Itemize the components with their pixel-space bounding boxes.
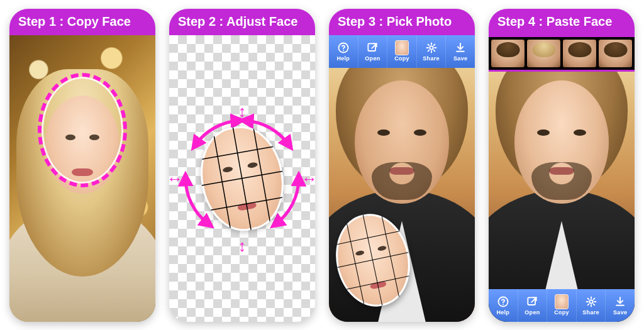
share-icon	[425, 41, 438, 55]
open-button[interactable]: Open	[358, 35, 388, 68]
help-button[interactable]: Help	[329, 35, 358, 68]
copy-face-thumb-icon	[555, 295, 569, 309]
step-1-title: Step 1 : Copy Face	[18, 14, 131, 29]
share-icon	[584, 295, 598, 309]
save-label: Save	[453, 55, 467, 62]
face-thumbnail[interactable]	[491, 40, 525, 67]
editor-toolbar: Help Open Copy Share	[489, 289, 635, 322]
face-selection-oval[interactable]	[38, 73, 127, 187]
step-2-title: Step 2 : Adjust Face	[178, 14, 297, 29]
step-card-3: Step 3 : Pick Photo Help Open	[329, 9, 475, 322]
open-label: Open	[365, 55, 380, 62]
resize-arrow-vertical-icon[interactable]: ↕	[238, 238, 247, 254]
open-icon	[525, 295, 539, 309]
editor-toolbar: Help Open Copy Share	[329, 35, 475, 68]
open-icon	[365, 41, 379, 55]
svg-rect-6	[528, 297, 536, 305]
svg-point-3	[430, 46, 433, 49]
help-label: Help	[496, 309, 509, 316]
open-label: Open	[525, 309, 540, 316]
step-4-body: Help Open Copy Share	[489, 35, 635, 322]
help-icon	[496, 295, 510, 309]
share-label: Share	[423, 55, 440, 62]
step-4-title: Step 4 : Paste Face	[497, 14, 612, 29]
step-3-header: Step 3 : Pick Photo	[329, 9, 475, 35]
open-button[interactable]: Open	[518, 289, 548, 322]
copy-button[interactable]: Copy	[387, 35, 417, 68]
save-icon	[453, 41, 467, 55]
copy-button[interactable]: Copy	[547, 289, 577, 322]
face-thumbnail[interactable]	[563, 40, 596, 67]
face-thumbnail-strip	[489, 35, 635, 72]
step-card-2: Step 2 : Adjust Face ↕ ↕ ↔ ↔	[169, 9, 315, 322]
face-thumbnail[interactable]	[527, 40, 560, 67]
resize-arrow-horizontal-icon[interactable]: ↔	[169, 170, 183, 187]
step-2-body: ↕ ↕ ↔ ↔	[169, 35, 315, 322]
step-card-1: Step 1 : Copy Face	[9, 9, 155, 322]
share-label: Share	[582, 309, 599, 316]
copy-face-thumb-icon	[395, 41, 409, 55]
svg-point-5	[502, 304, 504, 305]
help-icon	[336, 41, 350, 55]
step-1-header: Step 1 : Copy Face	[9, 9, 155, 35]
step-2-header: Step 2 : Adjust Face	[169, 9, 315, 35]
copy-label: Copy	[554, 309, 569, 316]
save-icon	[613, 295, 627, 309]
resize-arrow-horizontal-icon[interactable]: ↔	[301, 170, 315, 187]
help-label: Help	[336, 55, 350, 62]
face-thumbnail[interactable]	[599, 40, 632, 67]
help-button[interactable]: Help	[489, 289, 518, 322]
svg-point-1	[343, 50, 344, 51]
step-4-header: Step 4 : Paste Face	[489, 9, 635, 35]
resize-arrow-vertical-icon[interactable]: ↕	[238, 103, 247, 119]
result-portrait	[489, 35, 635, 322]
save-button[interactable]: Save	[446, 35, 475, 68]
svg-rect-2	[369, 43, 376, 51]
copy-label: Copy	[394, 55, 409, 62]
step-1-body	[9, 35, 155, 322]
step-card-4: Step 4 : Paste Face Help	[489, 9, 635, 322]
svg-point-7	[589, 300, 592, 303]
save-button[interactable]: Save	[606, 289, 635, 322]
save-label: Save	[613, 309, 627, 316]
share-button[interactable]: Share	[577, 289, 606, 322]
step-3-title: Step 3 : Pick Photo	[338, 14, 452, 29]
step-3-body: Help Open Copy Share	[329, 35, 475, 322]
share-button[interactable]: Share	[417, 35, 447, 68]
